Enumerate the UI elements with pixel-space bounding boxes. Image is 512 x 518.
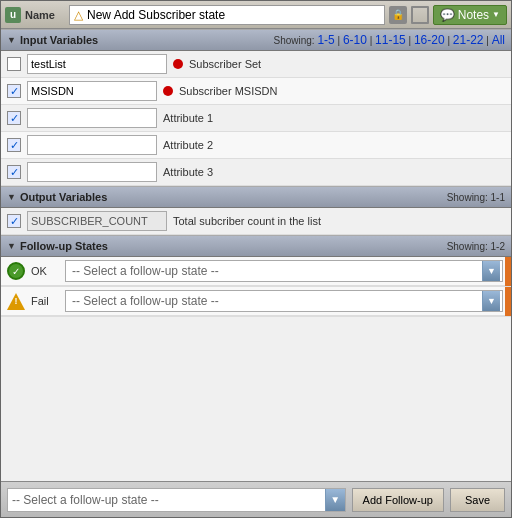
save-button[interactable]: Save	[450, 488, 505, 512]
add-followup-button[interactable]: Add Follow-up	[352, 488, 444, 512]
red-dot-1	[173, 59, 183, 69]
followup-fail-label: Fail	[31, 295, 59, 307]
fail-row-indicator	[505, 287, 511, 316]
output-row-1: Total subcriber count in the list	[1, 208, 511, 235]
input-checkbox-5[interactable]	[7, 165, 21, 179]
ok-icon: ✓	[7, 262, 25, 280]
input-row-2: Subscriber MSISDN	[1, 78, 511, 105]
input-field-4[interactable]	[27, 135, 157, 155]
square-icon	[411, 6, 429, 24]
output-checkbox-1[interactable]	[7, 214, 21, 228]
input-label-5: Attribute 3	[163, 166, 213, 178]
followup-fail-select[interactable]: -- Select a follow-up state -- ▼	[65, 290, 503, 312]
input-row-5: Attribute 3	[1, 159, 511, 186]
followup-ok-row-wrap: ✓ OK -- Select a follow-up state -- ▼	[1, 257, 511, 287]
input-checkbox-2[interactable]	[7, 84, 21, 98]
input-field-5[interactable]	[27, 162, 157, 182]
followup-fail-row-wrap: ! Fail -- Select a follow-up state -- ▼	[1, 287, 511, 317]
input-label-3: Attribute 1	[163, 112, 213, 124]
followup-ok-label: OK	[31, 265, 59, 277]
output-variables-title: Output Variables	[20, 191, 443, 203]
bottom-bar: -- Select a follow-up state -- ▼ Add Fol…	[1, 481, 511, 517]
bottom-followup-select[interactable]: -- Select a follow-up state -- ▼	[7, 488, 346, 512]
output-field-1[interactable]	[27, 211, 167, 231]
input-row-4: Attribute 2	[1, 132, 511, 159]
output-variables-header: ▼ Output Variables Showing: 1-1	[1, 186, 511, 208]
input-row-3: Attribute 1	[1, 105, 511, 132]
showing-6-10[interactable]: 6-10	[343, 33, 367, 47]
output-variables-toggle[interactable]: ▼	[7, 192, 16, 202]
followup-fail-row: ! Fail -- Select a follow-up state -- ▼	[1, 287, 505, 316]
input-variables-toggle[interactable]: ▼	[7, 35, 16, 45]
input-variables-header: ▼ Input Variables Showing: 1-5 | 6-10 | …	[1, 29, 511, 51]
input-field-2[interactable]	[27, 81, 157, 101]
name-label: Name	[25, 9, 65, 21]
notes-dropdown-arrow: ▼	[492, 10, 500, 19]
showing-16-20[interactable]: 16-20	[414, 33, 445, 47]
title-text: New Add Subscriber state	[87, 8, 225, 22]
followup-states-showing: Showing: 1-2	[447, 241, 505, 252]
followup-ok-arrow[interactable]: ▼	[482, 261, 500, 281]
bottom-select-arrow[interactable]: ▼	[325, 489, 345, 511]
warning-icon: △	[74, 8, 83, 22]
followup-fail-arrow[interactable]: ▼	[482, 291, 500, 311]
followup-ok-row: ✓ OK -- Select a follow-up state -- ▼	[1, 257, 505, 286]
input-variables-title: Input Variables	[20, 34, 270, 46]
fail-icon-container: !	[7, 291, 25, 311]
bottom-select-placeholder: -- Select a follow-up state --	[8, 493, 325, 507]
ok-row-indicator	[505, 257, 511, 286]
notes-icon: 💬	[440, 8, 455, 22]
fail-exclamation: !	[15, 296, 18, 306]
showing-11-15[interactable]: 11-15	[375, 33, 406, 47]
notes-button[interactable]: 💬 Notes ▼	[433, 5, 507, 25]
followup-ok-placeholder: -- Select a follow-up state --	[68, 264, 482, 278]
output-variables-showing: Showing: 1-1	[447, 192, 505, 203]
output-label-1: Total subcriber count in the list	[173, 215, 321, 227]
input-checkbox-4[interactable]	[7, 138, 21, 152]
input-label-4: Attribute 2	[163, 139, 213, 151]
input-field-1-wrap: ▼	[27, 54, 167, 74]
showing-1-5[interactable]: 1-5	[317, 33, 334, 47]
notes-label: Notes	[458, 8, 489, 22]
followup-states-header: ▼ Follow-up States Showing: 1-2	[1, 235, 511, 257]
app-icon: u	[5, 7, 21, 23]
input-field-1[interactable]	[28, 55, 167, 73]
input-variables-showing: Showing: 1-5 | 6-10 | 11-15 | 16-20 | 21…	[273, 33, 505, 47]
lock-icon: 🔒	[389, 6, 407, 24]
input-label-1: Subscriber Set	[189, 58, 261, 70]
showing-all[interactable]: All	[492, 33, 505, 47]
showing-21-22[interactable]: 21-22	[453, 33, 484, 47]
main-content: ▼ Input Variables Showing: 1-5 | 6-10 | …	[1, 29, 511, 481]
followup-ok-select[interactable]: -- Select a follow-up state -- ▼	[65, 260, 503, 282]
input-label-2: Subscriber MSISDN	[179, 85, 277, 97]
input-checkbox-1[interactable]	[7, 57, 21, 71]
followup-fail-placeholder: -- Select a follow-up state --	[68, 294, 482, 308]
main-window: u Name △ New Add Subscriber state 🔒 💬 No…	[0, 0, 512, 518]
followup-states-toggle[interactable]: ▼	[7, 241, 16, 251]
title-bar: u Name △ New Add Subscriber state 🔒 💬 No…	[1, 1, 511, 29]
title-state-box: △ New Add Subscriber state	[69, 5, 385, 25]
red-dot-2	[163, 86, 173, 96]
input-row-1: ▼ Subscriber Set	[1, 51, 511, 78]
input-checkbox-3[interactable]	[7, 111, 21, 125]
input-field-3[interactable]	[27, 108, 157, 128]
followup-states-title: Follow-up States	[20, 240, 443, 252]
